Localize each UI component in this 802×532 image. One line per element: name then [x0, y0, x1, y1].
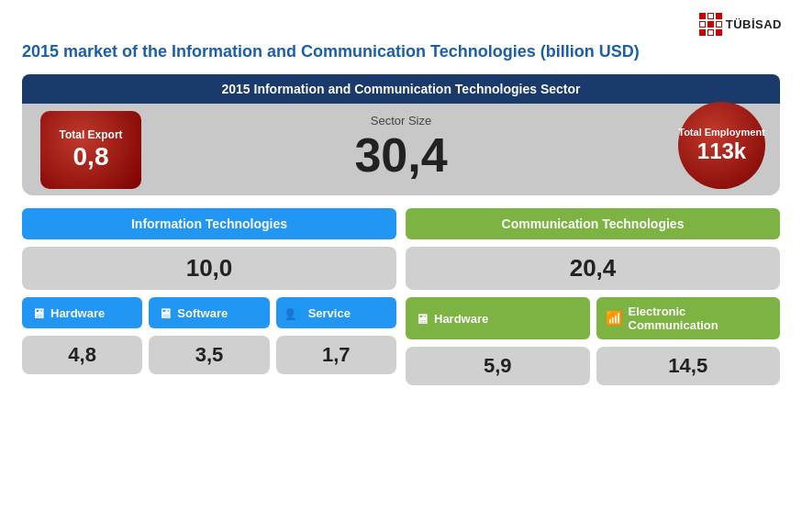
- comm-tech-header: Communication Technologies: [406, 208, 780, 239]
- sub-label-service-info: Service: [308, 306, 351, 320]
- sub-header-service-info: 👥 Service: [276, 297, 396, 328]
- hardware-icon: 🖥: [31, 305, 45, 321]
- comm-tech-value: 20,4: [406, 247, 780, 290]
- comm-tech-sub-values: 5,9 14,5: [406, 347, 780, 385]
- sub-value-software-info: 3,5: [149, 336, 269, 374]
- total-export-badge: Total Export 0,8: [40, 111, 141, 189]
- hardware-comm-icon: 🖥: [415, 311, 429, 327]
- comm-tech-sub-headers: 🖥 Hardware 📶 Electronic Communication: [406, 297, 780, 339]
- total-employment-value: 113k: [697, 139, 746, 165]
- sub-label-software-info: Software: [177, 306, 228, 320]
- total-employment-badge: Total Employment 113k: [678, 102, 765, 189]
- sub-header-hardware-info: 🖥 Hardware: [22, 297, 142, 328]
- sub-value-ecomm: 14,5: [596, 347, 781, 385]
- total-export-value: 0,8: [73, 141, 109, 172]
- info-tech-sub-values: 4,8 3,5 1,7: [22, 336, 396, 374]
- sub-label-hardware-info: Hardware: [50, 306, 105, 320]
- sector-size-value: 30,4: [40, 131, 762, 179]
- bottom-grid: Information Technologies 10,0 🖥 Hardware…: [22, 208, 780, 385]
- sector-card: 2015 Information and Communication Techn…: [22, 74, 780, 195]
- logo-text: TÜBİSAD: [726, 17, 782, 31]
- total-employment-label: Total Employment: [678, 127, 765, 139]
- sub-label-hardware-comm: Hardware: [434, 312, 488, 326]
- sub-value-hardware-comm: 5,9: [406, 347, 590, 385]
- sub-value-hardware-info: 4,8: [22, 336, 142, 374]
- col-info: Information Technologies 10,0 🖥 Hardware…: [22, 208, 396, 385]
- page-title: 2015 market of the Information and Commu…: [22, 42, 780, 61]
- page: TÜBİSAD 2015 market of the Information a…: [0, 0, 802, 532]
- info-tech-header: Information Technologies: [22, 208, 396, 239]
- sub-header-software-info: 🖥 Software: [149, 297, 269, 328]
- sub-header-ecomm: 📶 Electronic Communication: [596, 297, 781, 339]
- sub-value-service-info: 1,7: [276, 336, 396, 374]
- sub-header-hardware-comm: 🖥 Hardware: [406, 297, 590, 339]
- info-tech-sub-headers: 🖥 Hardware 🖥 Software 👥 Service: [22, 297, 396, 328]
- sector-size-label: Sector Size: [40, 114, 762, 127]
- total-export-label: Total Export: [59, 128, 122, 141]
- col-comm: Communication Technologies 20,4 🖥 Hardwa…: [406, 208, 780, 385]
- logo: TÜBİSAD: [699, 13, 782, 36]
- sector-header: 2015 Information and Communication Techn…: [22, 74, 780, 104]
- logo-grid: [699, 13, 722, 36]
- ecomm-icon: 📶: [606, 310, 623, 327]
- sub-label-ecomm: Electronic Communication: [629, 305, 772, 332]
- service-icon: 👥: [285, 305, 303, 321]
- info-tech-value: 10,0: [22, 247, 396, 290]
- sector-body: Total Export 0,8 Sector Size 30,4 Total …: [22, 104, 780, 195]
- software-icon: 🖥: [158, 305, 172, 321]
- sector-size-area: Sector Size 30,4: [40, 114, 762, 179]
